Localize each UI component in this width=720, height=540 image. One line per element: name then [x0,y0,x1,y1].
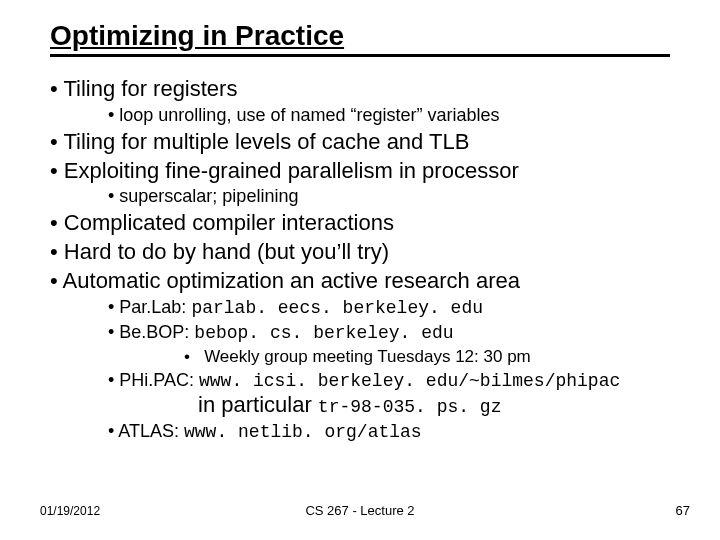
url-text: www. netlib. org/atlas [184,422,422,442]
text: in particular [198,392,318,417]
label: PHi.PAC: [119,370,199,390]
url-text: bebop. cs. berkeley. edu [194,323,453,343]
bullet-auto-opt: Automatic optimization an active researc… [50,268,682,444]
subbullet-loop-unrolling: loop unrolling, use of named “register” … [108,105,682,127]
subsub-meeting: Weekly group meeting Tuesdays 12: 30 pm [184,347,682,368]
bullet-text: Automatic optimization an active researc… [63,268,520,293]
url-text: parlab. eecs. berkeley. edu [191,298,483,318]
filename: tr-98-035. ps. gz [318,397,502,417]
bullet-tiling-registers: Tiling for registers loop unrolling, use… [50,76,682,127]
phipac-line2: in particular tr-98-035. ps. gz [198,392,682,419]
bullet-hard-by-hand: Hard to do by hand (but you’ll try) [50,239,682,266]
subbullet-phipac: PHi.PAC: www. icsi. berkeley. edu/~bilme… [108,370,682,420]
subbullet-superscalar: superscalar; pipelining [108,186,682,208]
footer-page-number: 67 [676,503,690,518]
label: Par.Lab: [119,297,191,317]
bullet-parallelism: Exploiting fine-grained parallelism in p… [50,158,682,209]
label: ATLAS: [118,421,184,441]
url-text: www. icsi. berkeley. edu/~bilmes/phipac [199,371,620,391]
slide-title: Optimizing in Practice [50,20,344,51]
bullet-compiler: Complicated compiler interactions [50,210,682,237]
subbullet-atlas: ATLAS: www. netlib. org/atlas [108,421,682,444]
slide-body: Tiling for registers loop unrolling, use… [50,74,682,444]
subbullet-parlab: Par.Lab: parlab. eecs. berkeley. edu [108,297,682,320]
bullet-list: Tiling for registers loop unrolling, use… [50,76,682,444]
label: Be.BOP: [119,322,194,342]
bullet-tiling-cache: Tiling for multiple levels of cache and … [50,129,682,156]
title-underline: Optimizing in Practice [50,20,670,57]
bullet-text: Tiling for registers [63,76,237,101]
bullet-text: Exploiting fine-grained parallelism in p… [64,158,519,183]
slide: Optimizing in Practice Tiling for regist… [0,0,720,540]
footer-course: CS 267 - Lecture 2 [0,503,720,518]
subbullet-bebop: Be.BOP: bebop. cs. berkeley. edu Weekly … [108,322,682,368]
